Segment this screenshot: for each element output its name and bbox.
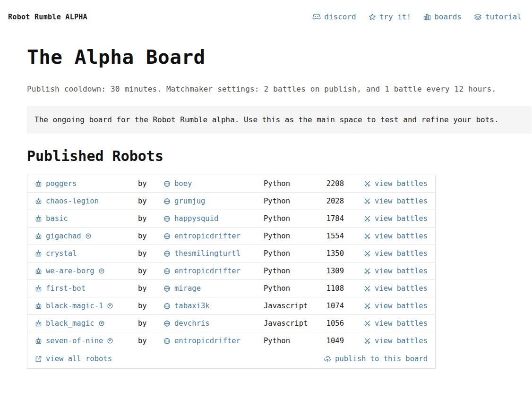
table-row: chaos-legion by grumjug Python 2028 view… [27, 193, 435, 210]
language-label: Python [264, 179, 325, 188]
rating-value: 1056 [325, 319, 344, 328]
crossed-swords-icon [364, 215, 371, 222]
rating-value: 1108 [325, 284, 344, 293]
robot-name-link[interactable]: crystal [46, 249, 77, 258]
nav-boards[interactable]: boards [423, 12, 462, 21]
by-label: by [138, 284, 163, 293]
author-link[interactable]: boey [174, 179, 192, 188]
author-cell: entropicdrifter [163, 232, 264, 240]
view-battles-link[interactable]: view battles [375, 214, 428, 223]
globe-icon [163, 215, 171, 222]
by-label: by [138, 319, 163, 328]
globe-icon [163, 338, 171, 345]
nav-try-it[interactable]: try it! [369, 12, 411, 21]
robot-name-cell: crystal [35, 249, 138, 258]
robot-name-link[interactable]: seven-of-nine [46, 337, 103, 345]
view-battles-link[interactable]: view battles [375, 197, 428, 205]
robot-icon [35, 303, 42, 310]
robot-name-cell: black-magic-1 [35, 302, 138, 310]
view-battles-link[interactable]: view battles [375, 179, 428, 188]
table-row: poggers by boey Python 2208 view battles [27, 175, 435, 193]
robot-name-cell: first-bot [35, 284, 138, 293]
author-link[interactable]: happysquid [174, 214, 218, 223]
language-label: Javascript [264, 302, 325, 310]
nav-tutorial[interactable]: tutorial [474, 12, 522, 21]
robot-icon [35, 285, 42, 292]
battles-cell: view battles [364, 302, 428, 310]
view-all-robots-label: view all robots [46, 355, 112, 363]
table-row: black-magic-1 by tabaxi3k Javascript 107… [27, 297, 435, 315]
globe-icon [163, 268, 171, 275]
by-label: by [138, 267, 163, 275]
language-label: Python [264, 284, 325, 293]
rating-value: 2208 [325, 179, 344, 188]
author-link[interactable]: devchris [174, 319, 210, 328]
rating-value: 1309 [325, 267, 344, 275]
author-link[interactable]: entropicdrifter [174, 232, 240, 240]
page-title: The Alpha Board [27, 46, 532, 68]
robot-name-cell: chaos-legion [35, 197, 138, 205]
nav-try-it-label: try it! [379, 12, 411, 21]
author-link[interactable]: entropicdrifter [174, 337, 240, 345]
by-label: by [138, 179, 163, 188]
view-battles-link[interactable]: view battles [375, 249, 428, 258]
main-content: The Alpha Board Publish cooldown: 30 min… [27, 46, 532, 369]
author-cell: boey [163, 179, 264, 188]
robot-name-link[interactable]: black-magic-1 [46, 302, 103, 310]
robot-icon [35, 233, 42, 240]
robot-name-link[interactable]: we-are-borg [46, 267, 94, 275]
publish-to-board-link[interactable]: publish to this board [324, 355, 428, 363]
robot-name-link[interactable]: chaos-legion [46, 197, 99, 205]
view-battles-link[interactable]: view battles [375, 337, 428, 345]
upload-cloud-icon [324, 355, 331, 363]
robot-name-link[interactable]: basic [46, 214, 68, 223]
view-battles-link[interactable]: view battles [375, 302, 428, 310]
rating-value: 1554 [325, 232, 344, 240]
robot-name-link[interactable]: gigachad [46, 232, 81, 240]
battles-cell: view battles [364, 284, 428, 293]
view-battles-link[interactable]: view battles [375, 232, 428, 240]
view-battles-link[interactable]: view battles [375, 319, 428, 328]
robot-name-cell: we-are-borg [35, 267, 138, 275]
robot-name-link[interactable]: first-bot [46, 284, 86, 293]
author-link[interactable]: grumjug [174, 197, 205, 205]
rating-value: 1784 [325, 214, 344, 223]
by-label: by [138, 249, 163, 258]
nav-discord-label: discord [324, 12, 356, 21]
top-nav: discord try it! boards tutorial [312, 12, 522, 21]
battles-cell: view battles [364, 319, 428, 328]
view-battles-link[interactable]: view battles [375, 284, 428, 293]
author-link[interactable]: tabaxi3k [174, 302, 210, 310]
by-label: by [138, 197, 163, 205]
rating-value: 1350 [325, 249, 344, 258]
published-robots-heading: Published Robots [27, 148, 532, 164]
language-label: Javascript [264, 319, 325, 328]
external-link-icon [35, 355, 42, 363]
view-battles-link[interactable]: view battles [375, 267, 428, 275]
battles-cell: view battles [364, 337, 428, 345]
robot-icon [35, 250, 42, 257]
author-cell: devchris [163, 319, 264, 328]
battles-cell: view battles [364, 267, 428, 275]
view-all-robots-link[interactable]: view all robots [35, 355, 112, 363]
robot-name-link[interactable]: black_magic [46, 319, 94, 328]
crossed-swords-icon [364, 180, 371, 187]
rating-value: 1074 [325, 302, 344, 310]
author-link[interactable]: entropicdrifter [174, 267, 240, 275]
robot-name-link[interactable]: poggers [46, 179, 77, 188]
rating-value: 1049 [325, 337, 344, 345]
crossed-swords-icon [364, 198, 371, 205]
language-label: Python [264, 249, 325, 258]
robot-name-cell: gigachad [35, 232, 138, 240]
nav-discord[interactable]: discord [312, 12, 356, 21]
author-link[interactable]: mirage [174, 284, 201, 293]
author-cell: grumjug [163, 197, 264, 205]
open-source-icon [98, 320, 105, 327]
robot-icon [35, 180, 42, 187]
author-link[interactable]: thesmilingturtl [174, 249, 240, 258]
robot-icon [35, 320, 42, 327]
globe-icon [163, 233, 171, 240]
table-row: we-are-borg by entropicdrifter Python 13… [27, 262, 435, 280]
robot-icon [35, 198, 42, 205]
robots-table-footer: view all robots publish to this board [27, 349, 435, 368]
